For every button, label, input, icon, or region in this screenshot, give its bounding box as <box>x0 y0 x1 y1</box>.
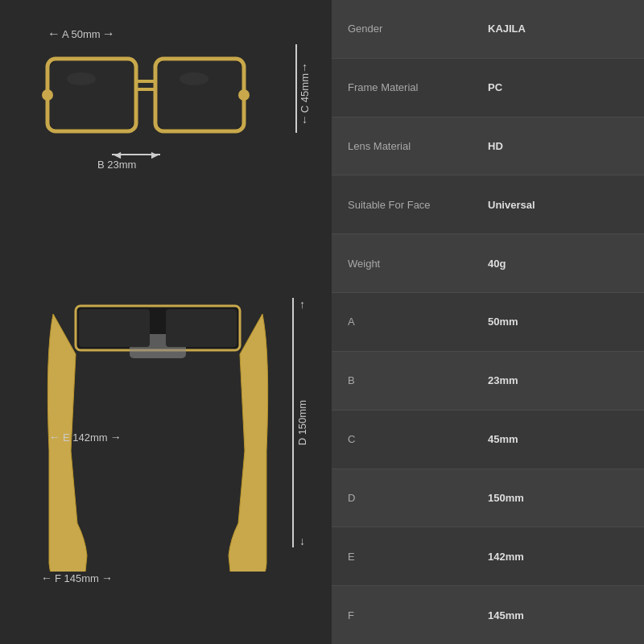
spec-row: GenderKAJILA <box>332 0 644 59</box>
spec-label: Lens Material <box>348 140 488 152</box>
spec-row: A50mm <box>332 293 644 352</box>
spec-row: E142mm <box>332 527 644 586</box>
spec-value: Universal <box>488 199 628 211</box>
spec-row: C45mm <box>332 411 644 469</box>
spec-label: Frame Material <box>348 81 488 93</box>
dim-a-label: A 50mm <box>62 28 101 40</box>
specs-panel: GenderKAJILAFrame MaterialPCLens Materia… <box>332 0 644 644</box>
spec-label: A <box>348 316 488 328</box>
spec-row: F145mm <box>332 586 644 644</box>
dim-e-label: E 142mm <box>63 431 108 444</box>
spec-row: Weight40g <box>332 234 644 293</box>
left-panel: ← A 50mm → <box>0 0 332 644</box>
spec-row: B23mm <box>332 352 644 411</box>
spec-label: D <box>348 492 488 504</box>
svg-rect-1 <box>50 61 134 129</box>
spec-row: Lens MaterialHD <box>332 118 644 176</box>
spec-value: 23mm <box>488 374 628 386</box>
svg-point-7 <box>238 89 250 101</box>
spec-value: 45mm <box>488 433 628 445</box>
spec-value: 142mm <box>488 551 628 563</box>
temple-view-diagram: ↑ D 150mm ↓ ← E 142mm → ← F 145mm → <box>0 250 332 644</box>
spec-row: D150mm <box>332 469 644 528</box>
spec-label: Suitable For Face <box>348 199 488 211</box>
spec-label: C <box>348 433 488 445</box>
spec-value: 150mm <box>488 492 628 504</box>
spec-row: Suitable For FaceUniversal <box>332 175 644 234</box>
spec-label: Gender <box>348 23 488 35</box>
svg-point-8 <box>67 72 96 85</box>
dim-d-label: D 150mm <box>296 400 308 445</box>
spec-value: PC <box>488 81 628 93</box>
spec-label: F <box>348 609 488 621</box>
spec-value: HD <box>488 140 628 152</box>
spec-label: Weight <box>348 258 488 270</box>
svg-rect-12 <box>79 309 150 347</box>
dim-f-label: F 145mm <box>55 572 99 584</box>
spec-value: 50mm <box>488 316 628 328</box>
spec-label: E <box>348 551 488 563</box>
front-view-diagram: ← A 50mm → <box>0 0 332 250</box>
svg-rect-3 <box>158 61 242 129</box>
svg-rect-13 <box>166 309 237 347</box>
spec-label: B <box>348 374 488 386</box>
spec-value: 40g <box>488 258 628 270</box>
svg-point-9 <box>180 72 208 85</box>
glasses-front-svg <box>41 43 250 180</box>
dim-c-label: C 45mm <box>299 73 311 113</box>
spec-row: Frame MaterialPC <box>332 59 644 118</box>
spec-value: KAJILA <box>488 23 628 35</box>
spec-value: 145mm <box>488 609 628 621</box>
svg-point-6 <box>42 89 53 101</box>
